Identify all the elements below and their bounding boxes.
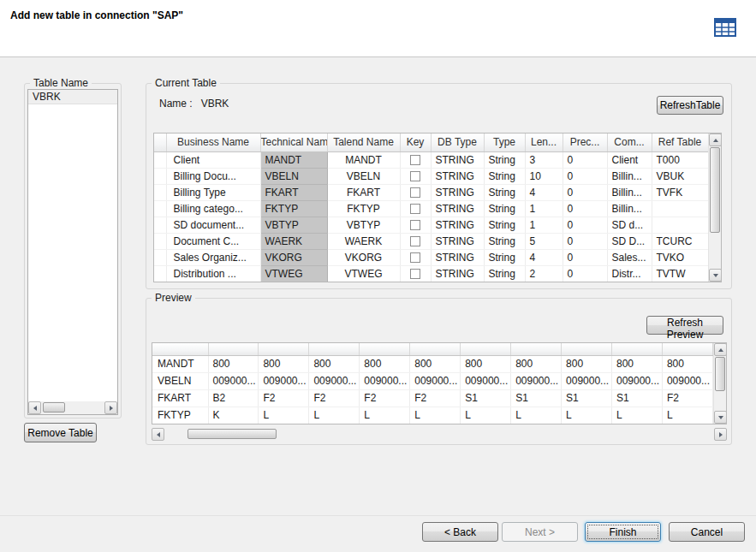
cell-ref-table[interactable] — [652, 217, 708, 233]
cell-length[interactable]: 4 — [525, 184, 563, 200]
scrollbar-thumb[interactable] — [43, 402, 65, 413]
table-row[interactable]: Sales Organiz...VKORGVKORGSTRINGString40… — [154, 249, 708, 265]
cell-talend-name[interactable]: VBTYP — [327, 217, 400, 233]
row-selector[interactable] — [154, 168, 166, 184]
cell-comment[interactable]: Sales... — [607, 249, 652, 265]
scroll-down-button[interactable] — [714, 411, 727, 424]
cell-type[interactable]: String — [484, 265, 525, 282]
key-checkbox[interactable] — [410, 204, 420, 214]
cell-ref-table[interactable]: T000 — [652, 151, 708, 168]
cell-ref-table[interactable]: TCURC — [652, 233, 708, 249]
cell-type[interactable]: String — [484, 151, 525, 168]
table-row[interactable]: Distribution ...VTWEGVTWEGSTRINGString20… — [154, 265, 708, 282]
scrollbar-thumb[interactable] — [710, 147, 720, 233]
cell-talend-name[interactable]: FKTYP — [327, 200, 400, 217]
cell-comment[interactable]: Billin... — [607, 168, 652, 184]
cell-ref-table[interactable]: TVKO — [652, 249, 708, 265]
cell-db-type[interactable]: STRING — [431, 200, 484, 217]
cell-length[interactable]: 1 — [525, 200, 563, 217]
key-checkbox[interactable] — [410, 171, 420, 181]
cell-talend-name[interactable]: MANDT — [327, 151, 400, 168]
table-row[interactable]: Billing catego...FKTYPFKTYPSTRINGString1… — [154, 200, 708, 217]
cell-talend-name[interactable]: FKART — [327, 184, 400, 200]
cell-business-name[interactable]: Client — [166, 151, 260, 168]
scroll-right-button[interactable] — [714, 428, 727, 441]
cell-length[interactable]: 10 — [525, 168, 563, 184]
column-header[interactable]: Ref Table — [652, 134, 708, 151]
column-header[interactable]: Technical Name — [260, 134, 327, 151]
cell-talend-name[interactable]: VBELN — [327, 168, 400, 184]
row-selector[interactable] — [154, 249, 166, 265]
cell-business-name[interactable]: Billing catego... — [166, 200, 260, 217]
key-checkbox[interactable] — [410, 155, 420, 165]
cell-comment[interactable]: Client — [607, 151, 652, 168]
cell-talend-name[interactable]: WAERK — [327, 233, 400, 249]
cell-key[interactable] — [400, 217, 431, 233]
cell-precision[interactable]: 0 — [563, 200, 607, 217]
scrollbar-thumb[interactable] — [188, 429, 277, 439]
cell-comment[interactable]: Distr... — [607, 265, 652, 282]
column-header[interactable]: Com... — [607, 134, 652, 151]
cell-business-name[interactable]: Billing Type — [166, 184, 260, 200]
cell-type[interactable]: String — [484, 184, 525, 200]
remove-table-button[interactable]: Remove Table — [24, 423, 97, 442]
column-header[interactable]: Len... — [525, 134, 563, 151]
list-item[interactable]: VBRK — [28, 90, 117, 104]
refresh-table-button[interactable]: RefreshTable — [657, 96, 723, 115]
table-list-hscrollbar[interactable] — [28, 401, 117, 414]
cell-precision[interactable]: 0 — [563, 249, 607, 265]
row-selector[interactable] — [154, 151, 166, 168]
cell-key[interactable] — [400, 249, 431, 265]
cell-key[interactable] — [400, 151, 431, 168]
cell-precision[interactable]: 0 — [563, 265, 607, 282]
row-selector[interactable] — [154, 265, 166, 282]
table-row[interactable]: Document C...WAERKWAERKSTRINGString50SD … — [154, 233, 708, 249]
column-header[interactable]: DB Type — [431, 134, 484, 151]
cell-key[interactable] — [400, 184, 431, 200]
cell-type[interactable]: String — [484, 168, 525, 184]
scroll-down-button[interactable] — [709, 269, 722, 282]
cell-business-name[interactable]: SD document... — [166, 217, 260, 233]
cell-type[interactable]: String — [484, 217, 525, 233]
scroll-up-button[interactable] — [714, 343, 727, 356]
cell-length[interactable]: 2 — [525, 265, 563, 282]
scrollbar-thumb[interactable] — [715, 357, 725, 391]
cell-talend-name[interactable]: VKORG — [327, 249, 400, 265]
cell-talend-name[interactable]: VTWEG — [327, 265, 400, 282]
scroll-left-button[interactable] — [152, 428, 164, 441]
cell-comment[interactable]: Billin... — [607, 184, 652, 200]
cell-comment[interactable]: SD d... — [607, 217, 652, 233]
cell-type[interactable]: String — [484, 249, 525, 265]
cell-comment[interactable]: SD D... — [607, 233, 652, 249]
column-header[interactable]: Type — [484, 134, 525, 151]
finish-button[interactable]: Finish — [585, 522, 661, 542]
scroll-left-button[interactable] — [28, 401, 41, 414]
cell-length[interactable]: 3 — [525, 151, 563, 168]
cell-length[interactable]: 5 — [525, 233, 563, 249]
cell-db-type[interactable]: STRING — [431, 184, 484, 200]
next-button[interactable]: Next > — [502, 522, 578, 542]
table-row[interactable]: Billing Docu...VBELNVBELNSTRINGString100… — [154, 168, 708, 184]
cell-db-type[interactable]: STRING — [431, 168, 484, 184]
key-checkbox[interactable] — [410, 236, 420, 246]
key-checkbox[interactable] — [410, 220, 420, 230]
cell-ref-table[interactable]: TVFK — [652, 184, 708, 200]
table-name-list[interactable]: VBRK — [27, 89, 118, 415]
cell-key[interactable] — [400, 200, 431, 217]
row-selector[interactable] — [154, 200, 166, 217]
column-header[interactable]: Key — [400, 134, 431, 151]
cell-ref-table[interactable] — [652, 200, 708, 217]
cell-precision[interactable]: 0 — [563, 233, 607, 249]
back-button[interactable]: < Back — [422, 522, 498, 542]
column-header[interactable]: Prec... — [563, 134, 607, 151]
cell-comment[interactable]: Billin... — [607, 200, 652, 217]
refresh-preview-button[interactable]: Refresh Preview — [646, 316, 723, 335]
cell-type[interactable]: String — [484, 200, 525, 217]
cell-db-type[interactable]: STRING — [431, 233, 484, 249]
preview-hscrollbar[interactable] — [152, 428, 727, 441]
key-checkbox[interactable] — [410, 187, 420, 198]
key-checkbox[interactable] — [410, 252, 420, 263]
cell-ref-table[interactable]: TVTW — [652, 265, 708, 282]
row-selector[interactable] — [154, 184, 166, 200]
cell-key[interactable] — [400, 265, 431, 282]
